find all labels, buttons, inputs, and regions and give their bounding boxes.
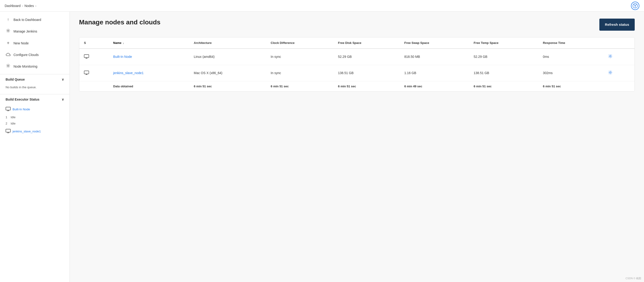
col-header-free-disk-space: Free Disk Space <box>334 37 400 48</box>
plus-icon: + <box>6 40 11 46</box>
table-row: jenkins_slave_node1 Mac OS X (x86_64) In… <box>79 65 634 81</box>
slave-node1-table-link[interactable]: jenkins_slave_node1 <box>113 71 144 75</box>
gear-icon-monitoring <box>6 64 11 69</box>
slave-node1-link[interactable]: jenkins_slave_node1 <box>12 130 41 133</box>
gear-button-builtin[interactable] <box>607 53 614 61</box>
row-slave-architecture: Mac OS X (x86_64) <box>189 65 266 81</box>
data-obtained-disk-time: 6 min 51 sec <box>334 81 400 91</box>
executor-2-number: 2 <box>6 122 7 125</box>
build-queue-label: Build Queue <box>6 78 25 81</box>
svg-rect-16 <box>84 71 89 74</box>
layout: ↑ Back to Dashboard Manage Jenkins + New… <box>0 11 644 282</box>
col-header-free-swap-space: Free Swap Space <box>400 37 469 48</box>
nodes-table: S Name ↓ Architecture Clock Difference F… <box>79 37 634 91</box>
executor-2-status: Idle <box>11 122 16 125</box>
breadcrumb-nodes[interactable]: Nodes <box>24 4 34 8</box>
svg-point-15 <box>610 55 611 57</box>
main-content: Manage nodes and clouds Refresh status S… <box>70 11 644 282</box>
table-header-row: S Name ↓ Architecture Clock Difference F… <box>79 37 634 48</box>
row-builtin-free-temp-space: 52.29 GB <box>469 48 538 65</box>
data-obtained-row: Data obtained 6 min 51 sec 6 min 51 sec … <box>79 81 634 91</box>
sidebar-label-node-monitoring: Node Monitoring <box>14 65 38 68</box>
monitor-icon-table-slave <box>84 72 89 76</box>
nodes-table-wrapper: S Name ↓ Architecture Clock Difference F… <box>79 37 635 91</box>
data-obtained-architecture-time: 6 min 51 sec <box>189 81 266 91</box>
build-executor-header[interactable]: Build Executor Status ∨ <box>0 94 70 104</box>
breadcrumb-sep-2: › <box>35 4 36 8</box>
row-slave-clock-difference: In sync <box>266 65 333 81</box>
executor-1-row: 1 Idle <box>0 114 70 120</box>
built-in-node-link[interactable]: Built-In Node <box>12 108 30 111</box>
row-builtin-response-time: 0ms <box>538 48 602 65</box>
row-builtin-gear[interactable] <box>602 48 634 65</box>
sidebar-label-back-to-dashboard: Back to Dashboard <box>14 18 41 21</box>
built-in-node-executor-item[interactable]: Built-In Node <box>0 104 70 114</box>
svg-rect-6 <box>6 107 10 110</box>
sidebar-item-manage-jenkins[interactable]: Manage Jenkins <box>0 25 70 37</box>
page-title: Manage nodes and clouds <box>79 18 160 26</box>
monitor-icon-table-builtin <box>84 56 89 60</box>
row-builtin-name[interactable]: Built-In Node <box>108 48 189 65</box>
row-slave-free-swap-space: 1.16 GB <box>400 65 469 81</box>
row-slave-free-disk-space: 138.51 GB <box>334 65 400 81</box>
col-header-s: S <box>79 37 108 48</box>
row-slave-free-temp-space: 138.51 GB <box>469 65 538 81</box>
row-slave-response-time: 302ms <box>538 65 602 81</box>
build-queue-header[interactable]: Build Queue ∨ <box>0 74 70 85</box>
build-executor-label: Build Executor Status <box>6 98 39 101</box>
row-builtin-s <box>79 48 108 65</box>
build-queue-content: No builds in the queue. <box>0 85 70 92</box>
gear-icon-manage <box>6 28 11 34</box>
col-header-name[interactable]: Name ↓ <box>108 37 189 48</box>
breadcrumb-dashboard[interactable]: Dashboard <box>5 4 21 8</box>
data-obtained-swap-time: 6 min 49 sec <box>400 81 469 91</box>
data-obtained-response-time: 6 min 51 sec <box>538 81 602 91</box>
row-slave-gear[interactable] <box>602 65 634 81</box>
svg-rect-12 <box>84 55 89 58</box>
refresh-status-button[interactable]: Refresh status <box>599 18 635 31</box>
monitor-icon-builtin <box>6 106 11 112</box>
row-builtin-architecture: Linux (amd64) <box>189 48 266 65</box>
row-builtin-free-swap-space: 818.50 MB <box>400 48 469 65</box>
data-obtained-label: Data obtained <box>108 81 189 91</box>
app-logo-svg <box>632 3 638 8</box>
data-obtained-empty-gear <box>602 81 634 91</box>
build-queue-chevron: ∨ <box>62 78 64 81</box>
col-header-clock-difference: Clock Difference <box>266 37 333 48</box>
row-builtin-free-disk-space: 52.29 GB <box>334 48 400 65</box>
row-slave-name[interactable]: jenkins_slave_node1 <box>108 65 189 81</box>
monitor-icon-slave <box>6 128 11 134</box>
executor-1-number: 1 <box>6 115 7 119</box>
sidebar-item-node-monitoring[interactable]: Node Monitoring <box>0 60 70 72</box>
sidebar: ↑ Back to Dashboard Manage Jenkins + New… <box>0 11 70 282</box>
build-executor-section: Build Executor Status ∨ Built-In Node 1 … <box>0 94 70 136</box>
sidebar-label-configure-clouds: Configure Clouds <box>14 53 38 57</box>
svg-line-2 <box>635 4 636 6</box>
executor-2-row: 2 Idle <box>0 120 70 127</box>
watermark: CSDN © 截图 <box>626 277 641 280</box>
app-icon[interactable] <box>631 2 639 10</box>
build-executor-chevron: ∨ <box>62 98 64 101</box>
sidebar-item-new-node[interactable]: + New Node <box>0 37 70 49</box>
sort-arrow-name: ↓ <box>123 41 124 44</box>
executor-1-status: Idle <box>11 115 16 119</box>
svg-point-5 <box>8 65 9 66</box>
page-header: Manage nodes and clouds Refresh status <box>79 18 635 31</box>
build-queue-empty-message: No builds in the queue. <box>6 85 36 89</box>
arrow-up-icon: ↑ <box>6 17 11 22</box>
col-header-actions <box>602 37 634 48</box>
built-in-node-table-link[interactable]: Built-In Node <box>113 55 132 58</box>
row-builtin-clock-difference: In sync <box>266 48 333 65</box>
breadcrumb-sep-1: › <box>22 4 23 8</box>
slave-node1-executor-item[interactable]: jenkins_slave_node1 <box>0 127 70 136</box>
svg-point-19 <box>610 71 611 73</box>
gear-button-slave[interactable] <box>607 69 614 77</box>
breadcrumb: Dashboard › Nodes › <box>5 4 36 8</box>
sidebar-item-configure-clouds[interactable]: Configure Clouds <box>0 49 70 60</box>
sidebar-item-back-to-dashboard[interactable]: ↑ Back to Dashboard <box>0 14 70 25</box>
sidebar-label-manage-jenkins: Manage Jenkins <box>14 29 37 33</box>
cloud-icon <box>6 52 11 57</box>
svg-point-4 <box>8 30 9 31</box>
data-obtained-empty-s <box>79 81 108 91</box>
col-header-response-time: Response Time <box>538 37 602 48</box>
